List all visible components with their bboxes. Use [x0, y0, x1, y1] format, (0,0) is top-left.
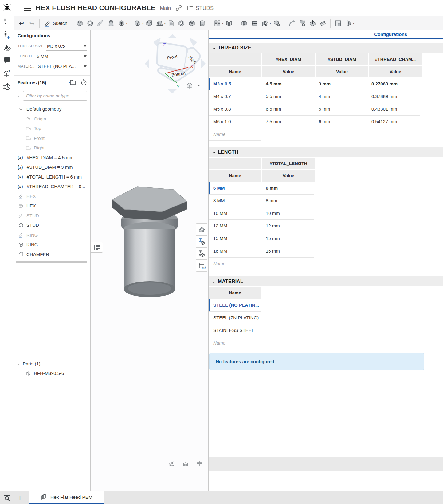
scale-icon[interactable]	[196, 460, 203, 467]
tree-item-origin[interactable]: Origin	[19, 114, 90, 124]
config-row-stainless-steel[interactable]: STAINLESS STEEL	[209, 324, 443, 337]
plane-icon[interactable]	[333, 18, 343, 29]
section-header-thread-size[interactable]: THREAD SIZE	[209, 43, 443, 53]
variable-item[interactable]: (x)#TOTAL_LENGTH = 6 mm	[14, 172, 90, 182]
config-row-10-mm[interactable]: 10 MM10 mm	[209, 207, 443, 220]
delete-part-icon[interactable]	[271, 18, 282, 29]
shell-icon[interactable]	[176, 18, 187, 29]
variable-item[interactable]: (x)#HEX_DIAM = 4.5 mm	[14, 153, 90, 163]
delete-face-icon[interactable]	[297, 18, 307, 29]
variable-item[interactable]: (x)#STUD_DIAM = 3 mm	[14, 162, 90, 172]
add-version-icon[interactable]	[0, 28, 14, 41]
chevron-down-icon[interactable]: ▾	[222, 22, 224, 25]
revolve-icon[interactable]	[85, 18, 95, 29]
history-icon[interactable]	[0, 80, 14, 93]
modify-fillet-icon[interactable]	[286, 18, 297, 29]
onshape-logo-icon[interactable]	[0, 0, 14, 15]
hole-icon[interactable]	[187, 18, 197, 29]
variable-item[interactable]: (x)#THREAD_CHAMFER = 0...	[14, 182, 90, 191]
sketch-button[interactable]: Sketch	[42, 18, 70, 29]
chevron-down-icon[interactable]: ▾	[353, 22, 355, 25]
tab-part-studio-active[interactable]: Hex Flat Head PEM	[29, 491, 104, 504]
thread-icon[interactable]	[197, 18, 208, 29]
rollback-bar[interactable]	[16, 261, 87, 263]
config-row-16-mm[interactable]: 16 MM16 mm	[209, 245, 443, 258]
transform-icon[interactable]	[260, 18, 270, 29]
boolean-icon[interactable]	[239, 18, 249, 29]
feature-item-stud-sketch[interactable]: STUD	[14, 211, 90, 221]
tab-configurations[interactable]: Configurations	[374, 32, 407, 37]
thicken-icon[interactable]	[116, 18, 127, 29]
draft-icon[interactable]	[154, 18, 165, 29]
appearance-edit-icon[interactable]	[0, 41, 14, 54]
split-icon[interactable]	[249, 18, 260, 29]
main-menu-icon[interactable]	[24, 6, 31, 11]
feature-item-hex-extrude[interactable]: HEX	[14, 201, 90, 211]
config-row-steel-no-platin[interactable]: STEEL (NO PLATIN...	[209, 299, 443, 312]
graphics-viewport[interactable]: Z X Y Front Right Bottom	[91, 30, 208, 491]
config-row-m5-x-0-8[interactable]: M5 x 0.86.5 mm5 mm0.43301 mm	[209, 103, 443, 116]
feature-list-toggle-icon[interactable]	[0, 15, 14, 28]
new-tab-button[interactable]: +	[14, 491, 26, 504]
sheet-metal-model-icon[interactable]	[343, 18, 354, 29]
dome-icon[interactable]	[182, 460, 189, 467]
spring-icon[interactable]	[168, 460, 175, 467]
fillet-icon[interactable]	[132, 18, 143, 29]
feature-item-hex-sketch[interactable]: HEX	[14, 191, 90, 201]
feature-item-chamfer-chamfer[interactable]: CHAMFER	[14, 250, 90, 259]
extrude-icon[interactable]	[74, 18, 85, 29]
search-tabs-button[interactable]	[0, 491, 14, 504]
config-row-6-mm[interactable]: 6 MM6 mm	[209, 182, 443, 195]
section-header-material[interactable]: MATERIAL	[209, 276, 443, 286]
default-geometry-node[interactable]: Default geometry	[14, 104, 90, 114]
config-row-m4-x-0-7[interactable]: M4 x 0.75.5 mm4 mm0.37889 mm	[209, 90, 443, 103]
chevron-down-icon[interactable]: ▾	[270, 22, 271, 25]
feature-item-stud-extrude[interactable]: STUD	[14, 220, 90, 230]
view-options-menu[interactable]	[186, 81, 200, 89]
stopwatch-icon[interactable]	[80, 79, 87, 86]
thread-size-select[interactable]: M3 x 0.5	[46, 41, 87, 51]
sweep-icon[interactable]	[95, 18, 106, 29]
folder-name[interactable]: STUDS	[196, 5, 214, 11]
chamfer-icon[interactable]	[144, 18, 154, 29]
config-new-row[interactable]: Name	[209, 337, 443, 349]
feature-item-ring-sketch[interactable]: RING	[14, 230, 90, 240]
config-new-row[interactable]: Name	[209, 128, 443, 141]
variable-table-icon[interactable]: (x)	[196, 259, 207, 272]
tree-item-top[interactable]: Top	[19, 124, 90, 133]
workspace-name[interactable]: Main	[160, 5, 171, 11]
linear-pattern-icon[interactable]	[212, 18, 223, 29]
config-row-m6-x-1-0[interactable]: M6 x 1.07.5 mm6 mm0.54127 mm	[209, 116, 443, 128]
appearance-config-icon[interactable]	[196, 223, 207, 236]
config-row-15-mm[interactable]: 15 MM15 mm	[209, 232, 443, 245]
chevron-down-icon[interactable]: ▾	[142, 22, 144, 25]
add-folder-icon[interactable]	[69, 79, 76, 85]
feature-list-collapse-toggle[interactable]	[91, 242, 103, 253]
configured-features-icon[interactable]	[196, 247, 207, 260]
feature-item-ring-extrude[interactable]: RING	[14, 240, 90, 250]
share-link-icon[interactable]	[175, 5, 182, 11]
config-row-steel-zn-plating[interactable]: STEEL (ZN PLATING)	[209, 312, 443, 324]
chevron-down-icon[interactable]: ▾	[164, 22, 166, 25]
length-select[interactable]: 6 MM	[36, 52, 87, 61]
config-row-m3-x-0-5[interactable]: M3 x 0.54.5 mm3 mm0.27063 mm	[209, 78, 443, 90]
tree-item-front[interactable]: Front	[19, 133, 90, 143]
section-header-length[interactable]: LENGTH	[209, 147, 443, 157]
rib-icon[interactable]	[166, 18, 176, 29]
parts-section-header[interactable]: Parts (1)	[17, 359, 41, 368]
part-item-hfh-m3x0-5-6[interactable]: HFH-M3x0.5-6	[21, 368, 90, 378]
chevron-down-icon[interactable]: ▾	[126, 22, 127, 25]
material-select[interactable]: STEEL (NO PLA...	[37, 62, 87, 71]
redo-button[interactable]: ↪	[27, 18, 37, 29]
offset-surface-icon[interactable]	[318, 18, 328, 29]
configurations-panel-icon[interactable]	[196, 235, 207, 248]
tree-item-right[interactable]: Right	[19, 143, 90, 153]
config-row-12-mm[interactable]: 12 MM12 mm	[209, 220, 443, 232]
comment-icon[interactable]	[0, 54, 14, 67]
config-new-row[interactable]: Name	[209, 258, 443, 270]
loft-icon[interactable]	[106, 18, 116, 29]
mirror-icon[interactable]	[224, 18, 234, 29]
feature-filter-input[interactable]	[23, 91, 87, 101]
config-row-8-mm[interactable]: 8 MM8 mm	[209, 195, 443, 207]
move-face-icon[interactable]	[307, 18, 318, 29]
